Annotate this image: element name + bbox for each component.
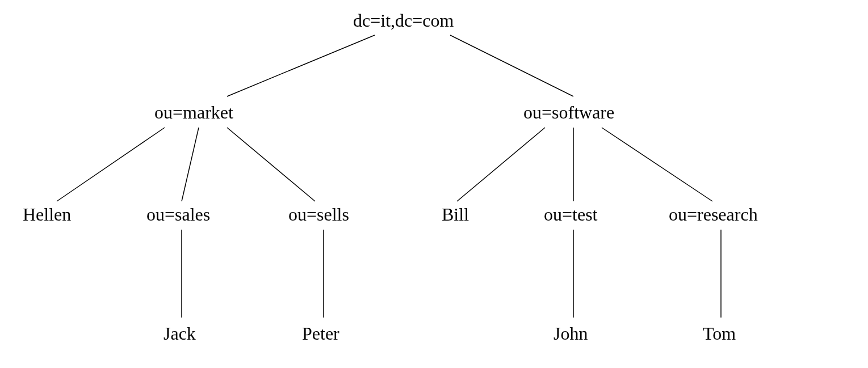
node-peter: Peter (302, 323, 339, 344)
node-jack: Jack (163, 323, 196, 344)
node-test: ou=test (544, 204, 597, 225)
tree-edges (0, 0, 868, 368)
edge-market-hellen (57, 128, 165, 201)
node-market: ou=market (154, 102, 233, 123)
node-sales: ou=sales (146, 204, 210, 225)
node-root: dc=it,dc=com (353, 10, 454, 31)
node-tom: Tom (703, 323, 736, 344)
edge-root-software (450, 35, 573, 96)
node-bill: Bill (442, 204, 469, 225)
edge-root-market (227, 35, 375, 96)
edge-market-sells (227, 128, 315, 201)
edge-market-sales (182, 128, 199, 201)
edge-software-research (602, 128, 712, 201)
node-sells: ou=sells (288, 204, 349, 225)
edge-software-bill (457, 128, 545, 201)
node-hellen: Hellen (23, 204, 71, 225)
node-software: ou=software (523, 102, 614, 123)
node-research: ou=research (669, 204, 758, 225)
node-john: John (553, 323, 588, 344)
